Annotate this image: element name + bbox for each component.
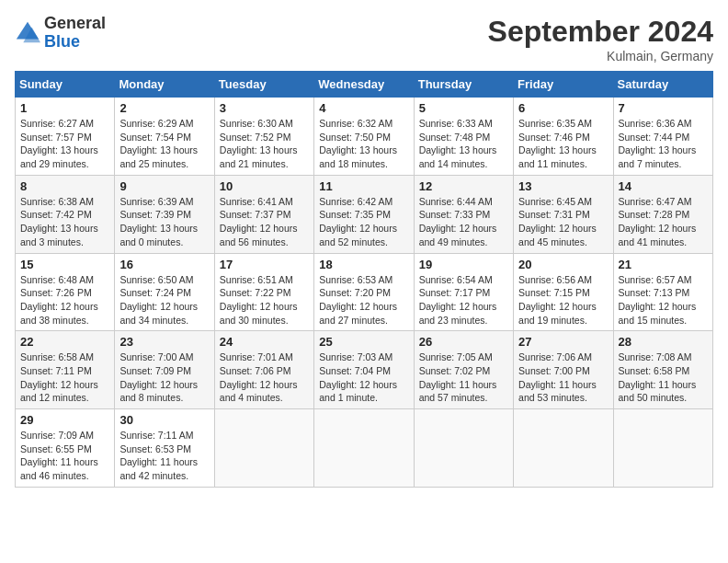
calendar-day-cell: 6Sunrise: 6:35 AMSunset: 7:46 PMDaylight…: [514, 98, 613, 176]
weekday-header-cell: Thursday: [414, 72, 513, 98]
calendar-day-cell: 3Sunrise: 6:30 AMSunset: 7:52 PMDaylight…: [214, 98, 313, 176]
day-info: Sunrise: 6:56 AMSunset: 7:15 PMDaylight:…: [518, 273, 608, 327]
day-info: Sunrise: 6:32 AMSunset: 7:50 PMDaylight:…: [319, 117, 408, 171]
calendar-day-cell: [414, 409, 513, 488]
calendar-week-row: 8Sunrise: 6:38 AMSunset: 7:42 PMDaylight…: [16, 175, 713, 253]
calendar-day-cell: 13Sunrise: 6:45 AMSunset: 7:31 PMDayligh…: [514, 175, 613, 253]
calendar-day-cell: 10Sunrise: 6:41 AMSunset: 7:37 PMDayligh…: [214, 175, 313, 253]
day-number: 26: [419, 335, 508, 349]
day-info: Sunrise: 6:51 AMSunset: 7:22 PMDaylight:…: [220, 273, 309, 327]
calendar-week-row: 15Sunrise: 6:48 AMSunset: 7:26 PMDayligh…: [16, 253, 713, 331]
day-number: 24: [220, 335, 309, 349]
day-number: 9: [119, 179, 209, 193]
logo-blue-text: Blue: [44, 32, 80, 51]
day-info: Sunrise: 6:54 AMSunset: 7:17 PMDaylight:…: [419, 273, 508, 327]
weekday-header-cell: Tuesday: [214, 72, 313, 98]
day-number: 17: [220, 258, 309, 271]
calendar-day-cell: 25Sunrise: 7:03 AMSunset: 7:04 PMDayligh…: [314, 331, 414, 409]
day-number: 4: [319, 101, 408, 115]
logo-icon: [15, 20, 40, 46]
day-info: Sunrise: 6:47 AMSunset: 7:28 PMDaylight:…: [619, 195, 708, 249]
day-number: 10: [220, 179, 309, 193]
day-number: 5: [419, 101, 508, 115]
day-number: 8: [20, 179, 109, 193]
calendar-day-cell: 23Sunrise: 7:00 AMSunset: 7:09 PMDayligh…: [115, 331, 214, 409]
day-info: Sunrise: 7:09 AMSunset: 6:55 PMDaylight:…: [20, 429, 109, 483]
day-info: Sunrise: 6:35 AMSunset: 7:46 PMDaylight:…: [518, 117, 608, 171]
day-info: Sunrise: 7:03 AMSunset: 7:04 PMDaylight:…: [319, 350, 408, 405]
day-info: Sunrise: 6:45 AMSunset: 7:31 PMDaylight:…: [518, 195, 608, 249]
day-number: 20: [518, 258, 608, 271]
location-subtitle: Kulmain, Germany: [488, 49, 713, 63]
logo-general-text: General: [44, 14, 106, 32]
day-number: 11: [319, 179, 408, 193]
day-info: Sunrise: 7:00 AMSunset: 7:09 PMDaylight:…: [119, 350, 209, 405]
calendar-day-cell: 17Sunrise: 6:51 AMSunset: 7:22 PMDayligh…: [214, 253, 313, 331]
calendar-day-cell: [214, 409, 313, 488]
calendar-day-cell: 11Sunrise: 6:42 AMSunset: 7:35 PMDayligh…: [314, 175, 414, 253]
day-info: Sunrise: 6:41 AMSunset: 7:37 PMDaylight:…: [220, 195, 309, 249]
day-info: Sunrise: 7:08 AMSunset: 6:58 PMDaylight:…: [619, 350, 708, 405]
day-info: Sunrise: 6:39 AMSunset: 7:39 PMDaylight:…: [119, 195, 209, 249]
day-info: Sunrise: 6:33 AMSunset: 7:48 PMDaylight:…: [419, 117, 508, 171]
weekday-header-row: SundayMondayTuesdayWednesdayThursdayFrid…: [16, 72, 713, 98]
calendar-table: SundayMondayTuesdayWednesdayThursdayFrid…: [15, 71, 713, 488]
day-number: 6: [518, 101, 608, 115]
title-block: September 2024 Kulmain, Germany: [488, 15, 713, 63]
month-title: September 2024: [488, 15, 713, 49]
calendar-day-cell: 7Sunrise: 6:36 AMSunset: 7:44 PMDaylight…: [613, 98, 712, 176]
calendar-day-cell: 9Sunrise: 6:39 AMSunset: 7:39 PMDaylight…: [115, 175, 214, 253]
day-number: 16: [119, 258, 209, 271]
day-number: 23: [119, 335, 209, 349]
day-info: Sunrise: 6:29 AMSunset: 7:54 PMDaylight:…: [119, 117, 209, 171]
calendar-body: 1Sunrise: 6:27 AMSunset: 7:57 PMDaylight…: [16, 98, 713, 488]
weekday-header-cell: Saturday: [613, 72, 712, 98]
day-number: 30: [119, 413, 209, 427]
calendar-day-cell: 30Sunrise: 7:11 AMSunset: 6:53 PMDayligh…: [115, 409, 214, 488]
calendar-day-cell: 14Sunrise: 6:47 AMSunset: 7:28 PMDayligh…: [613, 175, 712, 253]
calendar-day-cell: 4Sunrise: 6:32 AMSunset: 7:50 PMDaylight…: [314, 98, 414, 176]
day-info: Sunrise: 6:58 AMSunset: 7:11 PMDaylight:…: [20, 350, 109, 405]
calendar-day-cell: 15Sunrise: 6:48 AMSunset: 7:26 PMDayligh…: [16, 253, 115, 331]
weekday-header-cell: Wednesday: [314, 72, 414, 98]
calendar-day-cell: 12Sunrise: 6:44 AMSunset: 7:33 PMDayligh…: [414, 175, 513, 253]
day-info: Sunrise: 6:53 AMSunset: 7:20 PMDaylight:…: [319, 273, 408, 327]
logo: General Blue: [15, 15, 106, 52]
calendar-day-cell: 21Sunrise: 6:57 AMSunset: 7:13 PMDayligh…: [613, 253, 712, 331]
calendar-day-cell: 29Sunrise: 7:09 AMSunset: 6:55 PMDayligh…: [16, 409, 115, 488]
day-number: 2: [119, 101, 209, 115]
day-info: Sunrise: 7:11 AMSunset: 6:53 PMDaylight:…: [119, 429, 209, 483]
calendar-day-cell: [613, 409, 712, 488]
day-info: Sunrise: 6:42 AMSunset: 7:35 PMDaylight:…: [319, 195, 408, 249]
day-number: 19: [419, 258, 508, 271]
calendar-day-cell: 26Sunrise: 7:05 AMSunset: 7:02 PMDayligh…: [414, 331, 513, 409]
calendar-day-cell: 1Sunrise: 6:27 AMSunset: 7:57 PMDaylight…: [16, 98, 115, 176]
calendar-day-cell: 28Sunrise: 7:08 AMSunset: 6:58 PMDayligh…: [613, 331, 712, 409]
weekday-header-cell: Friday: [514, 72, 613, 98]
day-number: 27: [518, 335, 608, 349]
calendar-day-cell: 18Sunrise: 6:53 AMSunset: 7:20 PMDayligh…: [314, 253, 414, 331]
day-number: 1: [20, 101, 109, 115]
day-info: Sunrise: 6:30 AMSunset: 7:52 PMDaylight:…: [220, 117, 309, 171]
calendar-day-cell: 5Sunrise: 6:33 AMSunset: 7:48 PMDaylight…: [414, 98, 513, 176]
day-number: 29: [20, 413, 109, 427]
day-info: Sunrise: 6:36 AMSunset: 7:44 PMDaylight:…: [619, 117, 708, 171]
calendar-week-row: 1Sunrise: 6:27 AMSunset: 7:57 PMDaylight…: [16, 98, 713, 176]
day-number: 3: [220, 101, 309, 115]
day-info: Sunrise: 6:27 AMSunset: 7:57 PMDaylight:…: [20, 117, 109, 171]
calendar-day-cell: 8Sunrise: 6:38 AMSunset: 7:42 PMDaylight…: [16, 175, 115, 253]
day-info: Sunrise: 6:38 AMSunset: 7:42 PMDaylight:…: [20, 195, 109, 249]
day-info: Sunrise: 6:48 AMSunset: 7:26 PMDaylight:…: [20, 273, 109, 327]
day-number: 25: [319, 335, 408, 349]
calendar-week-row: 29Sunrise: 7:09 AMSunset: 6:55 PMDayligh…: [16, 409, 713, 488]
day-info: Sunrise: 7:05 AMSunset: 7:02 PMDaylight:…: [419, 350, 508, 405]
day-info: Sunrise: 6:44 AMSunset: 7:33 PMDaylight:…: [419, 195, 508, 249]
day-number: 28: [619, 335, 708, 349]
calendar-day-cell: 24Sunrise: 7:01 AMSunset: 7:06 PMDayligh…: [214, 331, 313, 409]
calendar-day-cell: 16Sunrise: 6:50 AMSunset: 7:24 PMDayligh…: [115, 253, 214, 331]
calendar-day-cell: 22Sunrise: 6:58 AMSunset: 7:11 PMDayligh…: [16, 331, 115, 409]
calendar-day-cell: [514, 409, 613, 488]
calendar-day-cell: 20Sunrise: 6:56 AMSunset: 7:15 PMDayligh…: [514, 253, 613, 331]
weekday-header-cell: Monday: [115, 72, 214, 98]
day-number: 21: [619, 258, 708, 271]
